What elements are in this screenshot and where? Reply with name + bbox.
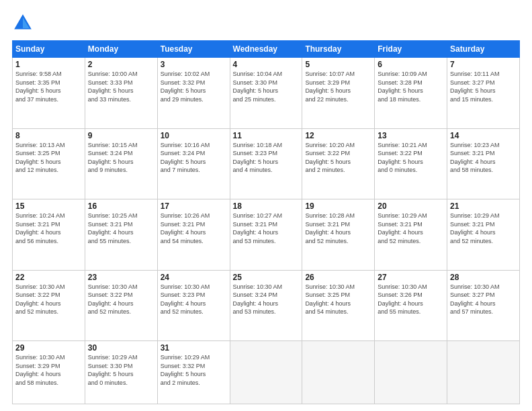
day-info: Sunrise: 10:30 AMSunset: 3:25 PMDaylight… bbox=[305, 283, 371, 316]
day-number: 20 bbox=[378, 201, 444, 211]
calendar-cell: 9Sunrise: 10:15 AMSunset: 3:24 PMDayligh… bbox=[85, 128, 157, 199]
day-info: Sunrise: 10:29 AMSunset: 3:21 PMDaylight… bbox=[378, 212, 444, 245]
day-number: 23 bbox=[88, 273, 154, 282]
calendar-cell: 29Sunrise: 10:30 AMSunset: 3:29 PMDaylig… bbox=[13, 341, 85, 404]
calendar-cell: 22Sunrise: 10:30 AMSunset: 3:22 PMDaylig… bbox=[13, 270, 85, 341]
day-number: 30 bbox=[88, 343, 154, 353]
calendar-cell: 28Sunrise: 10:30 AMSunset: 3:27 PMDaylig… bbox=[447, 270, 520, 341]
weekday-header: Wednesday bbox=[230, 41, 302, 58]
day-info: Sunrise: 10:25 AMSunset: 3:21 PMDaylight… bbox=[88, 212, 154, 245]
day-number: 12 bbox=[305, 131, 371, 140]
calendar-cell: 5Sunrise: 10:07 AMSunset: 3:29 PMDayligh… bbox=[302, 58, 375, 129]
weekday-header: Tuesday bbox=[157, 41, 230, 58]
calendar-cell: 21Sunrise: 10:29 AMSunset: 3:21 PMDaylig… bbox=[447, 199, 520, 271]
day-number: 9 bbox=[88, 131, 154, 140]
day-number: 26 bbox=[305, 273, 371, 282]
day-info: Sunrise: 10:29 AMSunset: 3:32 PMDaylight… bbox=[161, 353, 227, 387]
day-number: 22 bbox=[15, 273, 82, 282]
day-info: Sunrise: 10:02 AMSunset: 3:32 PMDaylight… bbox=[161, 70, 227, 103]
calendar-cell: 17Sunrise: 10:26 AMSunset: 3:21 PMDaylig… bbox=[157, 199, 230, 271]
day-info: Sunrise: 9:58 AMSunset: 3:35 PMDaylight:… bbox=[15, 70, 82, 103]
day-number: 5 bbox=[305, 60, 371, 69]
calendar-cell bbox=[375, 341, 447, 404]
day-info: Sunrise: 10:18 AMSunset: 3:23 PMDaylight… bbox=[233, 141, 300, 175]
day-info: Sunrise: 10:15 AMSunset: 3:24 PMDaylight… bbox=[88, 141, 154, 175]
day-info: Sunrise: 10:13 AMSunset: 3:25 PMDaylight… bbox=[15, 141, 82, 175]
calendar-cell: 24Sunrise: 10:30 AMSunset: 3:23 PMDaylig… bbox=[157, 270, 230, 341]
week-row: 29Sunrise: 10:30 AMSunset: 3:29 PMDaylig… bbox=[13, 341, 520, 404]
week-row: 1Sunrise: 9:58 AMSunset: 3:35 PMDaylight… bbox=[13, 58, 520, 129]
day-number: 17 bbox=[161, 201, 227, 211]
day-number: 2 bbox=[88, 60, 154, 69]
day-number: 13 bbox=[378, 131, 444, 140]
header bbox=[12, 12, 520, 34]
day-number: 24 bbox=[161, 273, 227, 282]
day-info: Sunrise: 10:24 AMSunset: 3:21 PMDaylight… bbox=[15, 212, 82, 245]
day-info: Sunrise: 10:30 AMSunset: 3:23 PMDaylight… bbox=[161, 283, 227, 316]
day-number: 19 bbox=[305, 201, 371, 211]
svg-marker-1 bbox=[23, 17, 30, 28]
logo-icon bbox=[12, 12, 34, 34]
calendar-cell: 2Sunrise: 10:00 AMSunset: 3:33 PMDayligh… bbox=[85, 58, 157, 129]
calendar-cell: 11Sunrise: 10:18 AMSunset: 3:23 PMDaylig… bbox=[230, 128, 302, 199]
calendar-cell: 3Sunrise: 10:02 AMSunset: 3:32 PMDayligh… bbox=[157, 58, 230, 129]
week-row: 15Sunrise: 10:24 AMSunset: 3:21 PMDaylig… bbox=[13, 199, 520, 271]
day-number: 11 bbox=[233, 131, 300, 140]
day-number: 18 bbox=[233, 201, 300, 211]
day-info: Sunrise: 10:29 AMSunset: 3:21 PMDaylight… bbox=[450, 212, 517, 245]
day-info: Sunrise: 10:09 AMSunset: 3:28 PMDaylight… bbox=[378, 70, 444, 103]
calendar-cell: 7Sunrise: 10:11 AMSunset: 3:27 PMDayligh… bbox=[447, 58, 520, 129]
calendar-cell: 15Sunrise: 10:24 AMSunset: 3:21 PMDaylig… bbox=[13, 199, 85, 271]
weekday-header: Monday bbox=[85, 41, 157, 58]
day-info: Sunrise: 10:20 AMSunset: 3:22 PMDaylight… bbox=[305, 141, 371, 175]
weekday-header: Friday bbox=[375, 41, 447, 58]
calendar-table: SundayMondayTuesdayWednesdayThursdayFrid… bbox=[12, 40, 520, 404]
calendar-cell: 8Sunrise: 10:13 AMSunset: 3:25 PMDayligh… bbox=[13, 128, 85, 199]
day-info: Sunrise: 10:11 AMSunset: 3:27 PMDaylight… bbox=[450, 70, 517, 103]
day-number: 1 bbox=[15, 60, 82, 69]
day-info: Sunrise: 10:07 AMSunset: 3:29 PMDaylight… bbox=[305, 70, 371, 103]
calendar-cell bbox=[447, 341, 520, 404]
day-info: Sunrise: 10:30 AMSunset: 3:29 PMDaylight… bbox=[15, 353, 82, 387]
calendar-cell: 20Sunrise: 10:29 AMSunset: 3:21 PMDaylig… bbox=[375, 199, 447, 271]
day-number: 16 bbox=[88, 201, 154, 211]
day-info: Sunrise: 10:16 AMSunset: 3:24 PMDaylight… bbox=[161, 141, 227, 175]
calendar-cell: 30Sunrise: 10:29 AMSunset: 3:30 PMDaylig… bbox=[85, 341, 157, 404]
day-number: 7 bbox=[450, 60, 517, 69]
day-info: Sunrise: 10:04 AMSunset: 3:30 PMDaylight… bbox=[233, 70, 300, 103]
day-number: 15 bbox=[15, 201, 82, 211]
day-number: 10 bbox=[161, 131, 227, 140]
day-number: 3 bbox=[161, 60, 227, 69]
calendar-cell: 19Sunrise: 10:28 AMSunset: 3:21 PMDaylig… bbox=[302, 199, 375, 271]
day-info: Sunrise: 10:27 AMSunset: 3:21 PMDaylight… bbox=[233, 212, 300, 245]
day-info: Sunrise: 10:30 AMSunset: 3:26 PMDaylight… bbox=[378, 283, 444, 316]
calendar-cell: 23Sunrise: 10:30 AMSunset: 3:22 PMDaylig… bbox=[85, 270, 157, 341]
day-info: Sunrise: 10:30 AMSunset: 3:24 PMDaylight… bbox=[233, 283, 300, 316]
day-info: Sunrise: 10:23 AMSunset: 3:21 PMDaylight… bbox=[450, 141, 517, 175]
week-row: 22Sunrise: 10:30 AMSunset: 3:22 PMDaylig… bbox=[13, 270, 520, 341]
day-info: Sunrise: 10:28 AMSunset: 3:21 PMDaylight… bbox=[305, 212, 371, 245]
weekday-header: Thursday bbox=[302, 41, 375, 58]
day-info: Sunrise: 10:00 AMSunset: 3:33 PMDaylight… bbox=[88, 70, 154, 103]
day-number: 25 bbox=[233, 273, 300, 282]
calendar-cell: 12Sunrise: 10:20 AMSunset: 3:22 PMDaylig… bbox=[302, 128, 375, 199]
calendar-cell: 6Sunrise: 10:09 AMSunset: 3:28 PMDayligh… bbox=[375, 58, 447, 129]
week-row: 8Sunrise: 10:13 AMSunset: 3:25 PMDayligh… bbox=[13, 128, 520, 199]
weekday-header: Sunday bbox=[13, 41, 85, 58]
weekday-header: Saturday bbox=[447, 41, 520, 58]
calendar-cell: 1Sunrise: 9:58 AMSunset: 3:35 PMDaylight… bbox=[13, 58, 85, 129]
calendar-cell: 13Sunrise: 10:21 AMSunset: 3:22 PMDaylig… bbox=[375, 128, 447, 199]
day-info: Sunrise: 10:21 AMSunset: 3:22 PMDaylight… bbox=[378, 141, 444, 175]
calendar-cell: 4Sunrise: 10:04 AMSunset: 3:30 PMDayligh… bbox=[230, 58, 302, 129]
day-info: Sunrise: 10:30 AMSunset: 3:27 PMDaylight… bbox=[450, 283, 517, 316]
calendar-cell: 27Sunrise: 10:30 AMSunset: 3:26 PMDaylig… bbox=[375, 270, 447, 341]
day-info: Sunrise: 10:30 AMSunset: 3:22 PMDaylight… bbox=[15, 283, 82, 316]
day-number: 28 bbox=[450, 273, 517, 282]
page: SundayMondayTuesdayWednesdayThursdayFrid… bbox=[0, 0, 532, 411]
calendar-cell: 26Sunrise: 10:30 AMSunset: 3:25 PMDaylig… bbox=[302, 270, 375, 341]
day-number: 6 bbox=[378, 60, 444, 69]
calendar-cell: 16Sunrise: 10:25 AMSunset: 3:21 PMDaylig… bbox=[85, 199, 157, 271]
day-number: 21 bbox=[450, 201, 517, 211]
day-number: 14 bbox=[450, 131, 517, 140]
day-number: 27 bbox=[378, 273, 444, 282]
